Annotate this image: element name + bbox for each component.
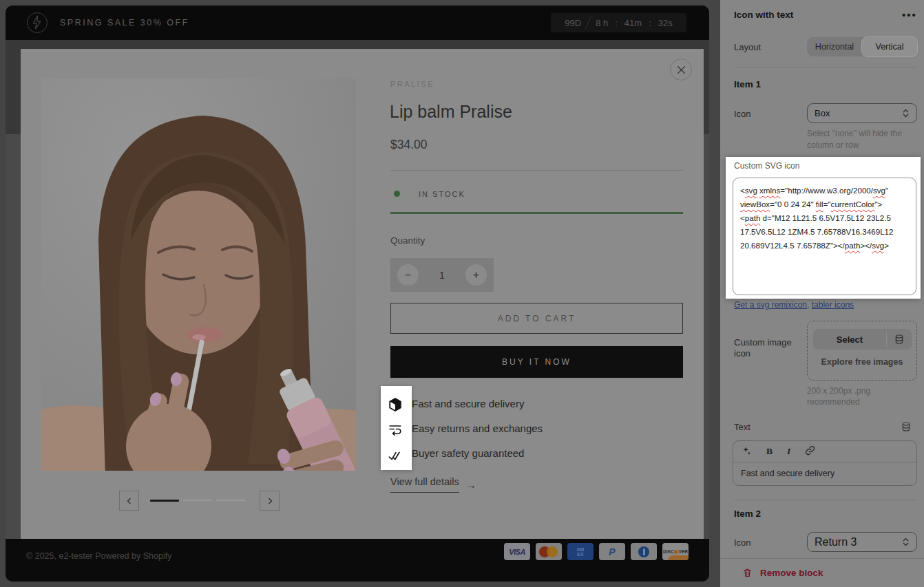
carousel-prev-button[interactable] (119, 491, 139, 511)
rte-content[interactable]: Fast and secure delivery (733, 462, 916, 484)
stock-dot-icon (390, 187, 403, 200)
announcement-bar: SPRING SALE 30% OFF 99D 8 h : 41m : 32s (6, 6, 709, 40)
item2-icon-value: Return 3 (815, 536, 857, 548)
quantity-increase-button[interactable]: + (465, 264, 487, 286)
buy-it-now-button[interactable]: BUY IT NOW (390, 346, 683, 378)
item2-icon-select[interactable]: Return 3 (807, 532, 917, 552)
item1-heading: Item 1 (734, 79, 761, 89)
feature-text: Fast and secure delivery (412, 398, 524, 409)
amex-badge: AM EX (567, 543, 594, 560)
more-menu-button[interactable]: ••• (898, 8, 921, 21)
link-icon[interactable] (805, 445, 815, 458)
mastercard-badge (536, 543, 562, 560)
explore-free-images-link[interactable]: Explore free images (808, 357, 916, 367)
quantity-label: Quantity (390, 235, 425, 246)
product-price: $34.00 (390, 138, 428, 152)
slash-divider (585, 17, 591, 30)
inventory-bar (390, 212, 683, 214)
feature-text: Buyer safety guaranteed (412, 447, 524, 459)
stock-status: IN STOCK (390, 187, 465, 200)
paypal-badge: P (599, 543, 625, 560)
visa-badge: VISA (504, 543, 530, 560)
paypal-label: P (609, 546, 615, 557)
countdown-days: 99D (565, 18, 581, 28)
link-separator: , (807, 300, 812, 310)
item1-icon-label: Icon (734, 109, 751, 119)
divider (734, 500, 917, 500)
store-footer: © 2025, e2-tester Powered by Shopify VIS… (6, 539, 709, 581)
tabler-icons-link[interactable]: tabler icons (812, 300, 854, 310)
discover-badge: DISCVER (662, 543, 689, 560)
amex-label: AM EX (577, 547, 585, 557)
image-select-button[interactable]: Select (813, 329, 912, 350)
countdown-minutes: 41m (624, 18, 642, 28)
remixicon-link[interactable]: Get a svg remixicon (734, 300, 807, 310)
custom-image-dropzone: Select Explore free images (807, 321, 917, 381)
carousel-dash[interactable] (183, 500, 212, 501)
visa-label: VISA (509, 548, 525, 556)
product-vendor: PRALISE (390, 80, 434, 88)
icon-resource-links: Get a svg remixicon, tabler icons (734, 300, 854, 310)
discover-label: DISCVER (663, 549, 688, 554)
rte-toolbar: B I (733, 441, 916, 462)
divider (734, 67, 917, 67)
layout-option-vertical[interactable]: Vertical (861, 36, 918, 57)
item2-icon-label: Icon (734, 537, 751, 548)
copyright-text: © 2025, e2-tester Powered by Shopify (26, 551, 171, 561)
countdown-timer: 99D 8 h : 41m : 32s (551, 13, 686, 32)
stock-label: IN STOCK (419, 190, 465, 198)
discover-o-icon (674, 550, 678, 554)
bold-button[interactable]: B (766, 446, 773, 457)
updown-chevrons-icon (902, 108, 910, 118)
carousel-next-button[interactable] (260, 491, 280, 511)
shopify-theme-editor: SPRING SALE 30% OFF 99D 8 h : 41m : 32s … (0, 0, 924, 587)
text-field-label: Text (734, 422, 750, 432)
return-icon (388, 422, 403, 437)
trash-icon (742, 567, 753, 578)
italic-button[interactable]: I (787, 446, 790, 457)
view-full-details-link[interactable]: View full details → (390, 476, 476, 493)
quantity-stepper: − 1 + (390, 258, 494, 292)
diners-badge (631, 543, 657, 560)
feature-text: Easy returns and exchanges (412, 423, 543, 434)
close-button[interactable] (670, 58, 692, 81)
layout-label: Layout (734, 42, 761, 52)
magic-ai-icon[interactable] (742, 445, 752, 458)
lightning-icon (27, 12, 48, 33)
select-label: Select (813, 329, 886, 350)
add-to-cart-button[interactable]: ADD TO CART (390, 303, 683, 334)
arrow-right-icon: → (466, 479, 476, 491)
custom-svg-label: Custom SVG icon (734, 161, 799, 171)
custom-image-label: Custom image icon (734, 337, 803, 359)
mastercard-circle-right (547, 546, 558, 557)
item1-icon-help: Select "none" will hide the column or ro… (807, 128, 912, 151)
custom-svg-code-editor[interactable]: <svg xmlns="http://www.w3.org/2000/svg" … (733, 178, 916, 295)
countdown-colon: : (649, 18, 651, 28)
view-details-label: View full details (390, 476, 459, 493)
countdown-hours: 8 h (596, 18, 608, 28)
carousel-dash-active[interactable] (150, 500, 179, 502)
panel-title: Icon with text (734, 10, 793, 20)
item1-icon-select[interactable]: Box (807, 103, 917, 123)
discover-swoosh (668, 555, 689, 560)
carousel-dash[interactable] (216, 500, 245, 501)
dynamic-source-icon[interactable] (901, 421, 912, 435)
quantity-decrease-button[interactable]: − (397, 264, 419, 286)
item1-icon-value: Box (815, 108, 830, 118)
rich-text-editor: B I Fast and secure delivery (733, 440, 917, 486)
section-divider (390, 170, 683, 171)
layout-segmented-control: Horizontal Vertical (807, 37, 917, 56)
layout-option-horizontal[interactable]: Horizontal (807, 37, 862, 56)
remove-block-label: Remove block (760, 568, 823, 578)
dynamic-source-icon[interactable] (887, 329, 912, 350)
countdown-seconds: 32s (658, 18, 673, 28)
box-icon (388, 397, 403, 412)
quantity-value: 1 (439, 270, 445, 281)
payment-icons: VISA AM EX P (504, 543, 689, 560)
remove-block-button[interactable]: Remove block (742, 567, 823, 578)
divider (720, 558, 924, 559)
updown-chevrons-icon (902, 537, 910, 547)
countdown-colon: : (615, 18, 618, 28)
product-image (41, 78, 356, 471)
double-check-icon (388, 447, 403, 462)
